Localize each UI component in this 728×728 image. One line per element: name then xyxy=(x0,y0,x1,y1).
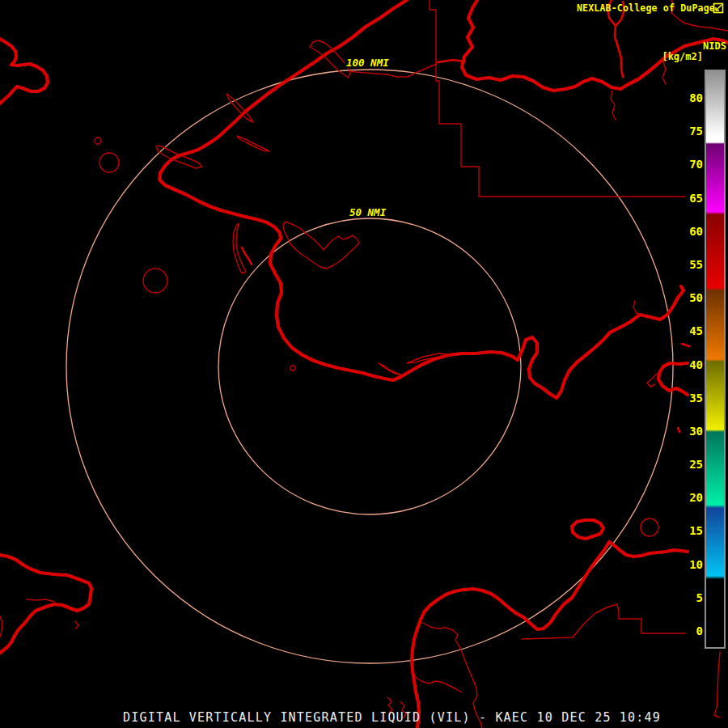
map-outline xyxy=(615,26,623,77)
colorbar-tick-label: 65 xyxy=(689,191,703,205)
colorbar-tick-label: 5 xyxy=(696,590,703,605)
map-outline xyxy=(75,621,78,629)
map-circle-feature xyxy=(641,518,658,536)
map-outline xyxy=(714,652,720,717)
colorbar-tick-label: 30 xyxy=(689,424,703,438)
map-outline xyxy=(633,301,640,315)
map-outline xyxy=(27,599,54,602)
range-ring-label-100nmi: 100 NMI xyxy=(345,57,391,68)
map-circle-feature xyxy=(290,366,295,370)
colorbar-tick-label: 15 xyxy=(689,523,703,538)
product-caption: DIGITAL VERTICALLY INTEGRATED LIQUID (VI… xyxy=(123,710,661,725)
colorbar-tick-label: 25 xyxy=(689,457,703,472)
map-outline xyxy=(242,248,252,265)
range-ring-label-50nmi: 50 NMI xyxy=(348,207,387,218)
map-outline xyxy=(0,39,48,104)
radar-display: NEXLAB-College of DuPage NIDS [kg/m2] 10… xyxy=(0,0,728,728)
map-outline xyxy=(0,555,91,653)
map-circle-feature xyxy=(99,153,119,172)
dupage-logo-icon xyxy=(713,2,724,14)
colorbar-tick-label: 80 xyxy=(689,91,703,105)
colorbar-tick-label: 40 xyxy=(689,358,703,372)
colorbar-tick-label: 55 xyxy=(689,257,703,272)
map-outline xyxy=(430,0,685,197)
map-outline xyxy=(283,222,359,269)
map-outline xyxy=(415,677,462,692)
range-ring xyxy=(66,70,673,663)
colorbar-tick-label: 75 xyxy=(689,124,703,138)
colorbar-title: NIDS xyxy=(703,40,726,52)
map-outline xyxy=(682,344,689,346)
site-brand: NEXLAB-College of DuPage xyxy=(577,2,715,14)
map-outline xyxy=(379,363,402,375)
colorbar xyxy=(705,70,726,649)
map-circle-feature xyxy=(95,138,101,144)
map-outline xyxy=(270,239,518,380)
colorbar-tick-label: 45 xyxy=(689,324,703,338)
colorbar-gradient xyxy=(706,71,724,647)
range-ring xyxy=(218,218,521,514)
map-outline xyxy=(678,428,679,432)
map-outline xyxy=(233,223,246,273)
colorbar-units: [kg/m2] xyxy=(662,51,703,62)
colorbar-tick-label: 10 xyxy=(689,557,703,572)
map-outline xyxy=(159,0,407,239)
map-outline xyxy=(237,136,269,151)
radar-map-canvas xyxy=(0,0,728,728)
colorbar-tick-label: 60 xyxy=(689,224,703,239)
map-outline xyxy=(0,616,2,637)
map-outline xyxy=(437,60,464,62)
colorbar-tick-label: 0 xyxy=(696,624,703,638)
colorbar-tick-label: 35 xyxy=(689,391,703,405)
colorbar-tick-label: 70 xyxy=(689,157,703,171)
map-outline xyxy=(482,542,688,629)
map-outline xyxy=(572,520,603,539)
colorbar-tick-label: 50 xyxy=(689,290,703,305)
map-circle-feature xyxy=(143,269,167,293)
map-outline xyxy=(522,604,685,639)
colorbar-tick-label: 20 xyxy=(689,490,703,505)
map-outline xyxy=(611,91,616,120)
map-outline xyxy=(647,374,657,387)
